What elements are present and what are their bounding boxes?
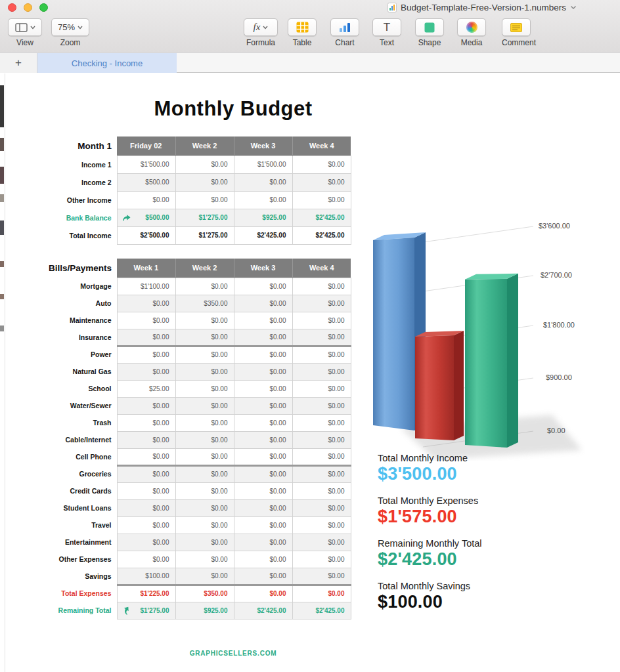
spreadsheet-cell[interactable]: $0.00 bbox=[292, 499, 351, 516]
spreadsheet-cell[interactable]: $1'225.00 bbox=[117, 585, 175, 602]
spreadsheet-cell[interactable]: $0.00 bbox=[117, 295, 175, 312]
row-label-cell[interactable]: Income 2 bbox=[36, 173, 117, 191]
spreadsheet-cell[interactable]: $1'275.00 bbox=[117, 602, 175, 619]
spreadsheet-cell[interactable]: $0.00 bbox=[234, 380, 292, 397]
row-label-cell[interactable]: Other Income bbox=[36, 191, 117, 209]
spreadsheet-cell[interactable]: $1'100.00 bbox=[117, 278, 175, 295]
spreadsheet-cell[interactable]: $0.00 bbox=[175, 482, 234, 499]
spreadsheet-cell[interactable]: $0.00 bbox=[175, 329, 234, 346]
spreadsheet-cell[interactable]: $0.00 bbox=[234, 534, 292, 551]
spreadsheet-cell[interactable]: $0.00 bbox=[234, 499, 292, 516]
spreadsheet-cell[interactable]: $0.00 bbox=[292, 585, 351, 602]
zoom-button[interactable]: 75% bbox=[51, 18, 89, 36]
spreadsheet-cell[interactable]: $0.00 bbox=[175, 346, 234, 363]
column-header-cell[interactable]: Week 2 bbox=[175, 259, 234, 278]
spreadsheet-cell[interactable]: $0.00 bbox=[292, 295, 351, 312]
spreadsheet-cell[interactable]: $0.00 bbox=[117, 551, 175, 568]
spreadsheet-cell[interactable]: $0.00 bbox=[117, 431, 175, 448]
document-title[interactable]: Budget-Template-Free-Version-1.numbers bbox=[401, 3, 566, 12]
spreadsheet-cell[interactable]: $0.00 bbox=[175, 278, 234, 295]
spreadsheet-cell[interactable]: $0.00 bbox=[292, 516, 351, 534]
spreadsheet-cell[interactable]: $0.00 bbox=[175, 431, 234, 448]
insert-media-button[interactable] bbox=[457, 18, 486, 36]
spreadsheet-cell[interactable]: $100.00 bbox=[117, 568, 175, 585]
spreadsheet-cell[interactable]: $1'500.00 bbox=[234, 156, 292, 173]
spreadsheet-cell[interactable]: $925.00 bbox=[234, 209, 292, 226]
spreadsheet-cell[interactable]: $0.00 bbox=[292, 431, 351, 448]
row-label-cell[interactable]: Water/Sewer bbox=[36, 397, 117, 414]
spreadsheet-cell[interactable]: $0.00 bbox=[117, 448, 175, 465]
row-label-cell[interactable]: Auto bbox=[36, 295, 117, 312]
spreadsheet-cell[interactable]: $0.00 bbox=[234, 568, 292, 585]
window-titlebar[interactable]: Budget-Template-Free-Version-1.numbers bbox=[0, 0, 620, 16]
row-label-cell[interactable]: Student Loans bbox=[36, 499, 117, 516]
income-table[interactable]: Month 1Friday 02Week 2Week 3Week 4Income… bbox=[36, 136, 351, 245]
spreadsheet-cell[interactable]: $0.00 bbox=[117, 482, 175, 499]
spreadsheet-cell[interactable]: $0.00 bbox=[292, 191, 351, 209]
spreadsheet-cell[interactable]: $0.00 bbox=[234, 414, 292, 431]
spreadsheet-cell[interactable]: $0.00 bbox=[175, 499, 234, 516]
spreadsheet-cell[interactable]: $0.00 bbox=[117, 346, 175, 363]
spreadsheet-cell[interactable]: $0.00 bbox=[117, 414, 175, 431]
spreadsheet-cell[interactable]: $0.00 bbox=[292, 534, 351, 551]
spreadsheet-cell[interactable]: $0.00 bbox=[175, 191, 234, 209]
insert-shape-button[interactable] bbox=[415, 18, 444, 36]
row-label-cell[interactable]: Groceries bbox=[36, 465, 117, 482]
row-label-cell[interactable]: School bbox=[36, 380, 117, 397]
spreadsheet-cell[interactable]: $0.00 bbox=[292, 346, 351, 363]
formula-button[interactable]: fx bbox=[244, 18, 278, 36]
spreadsheet-cell[interactable]: $1'500.00 bbox=[117, 156, 175, 173]
spreadsheet-cell[interactable]: $0.00 bbox=[292, 278, 351, 295]
spreadsheet-cell[interactable]: $0.00 bbox=[117, 465, 175, 482]
spreadsheet-cell[interactable]: $0.00 bbox=[175, 568, 234, 585]
sheet-title-textbox[interactable]: Monthly Budget bbox=[0, 97, 466, 121]
spreadsheet-cell[interactable]: $1'275.00 bbox=[175, 209, 234, 226]
spreadsheet-cell[interactable]: $500.00 bbox=[117, 209, 175, 226]
spreadsheet-cell[interactable]: $0.00 bbox=[234, 585, 292, 602]
spreadsheet-cell[interactable]: $0.00 bbox=[234, 278, 292, 295]
summary-item[interactable]: Total Monthly Expenses$1'575.00 bbox=[378, 495, 482, 527]
spreadsheet-cell[interactable]: $0.00 bbox=[234, 312, 292, 329]
row-label-cell[interactable]: Credit Cards bbox=[36, 482, 117, 499]
spreadsheet-cell[interactable]: $0.00 bbox=[175, 156, 234, 173]
spreadsheet-cell[interactable]: $0.00 bbox=[292, 465, 351, 482]
row-label-cell[interactable]: Mortgage bbox=[36, 278, 117, 295]
column-header-cell[interactable]: Week 1 bbox=[117, 259, 175, 278]
spreadsheet-cell[interactable]: $0.00 bbox=[234, 346, 292, 363]
bills-payments-table[interactable]: Bills/PaymentsWeek 1Week 2Week 3Week 4Mo… bbox=[36, 259, 351, 620]
spreadsheet-cell[interactable]: $0.00 bbox=[234, 448, 292, 465]
row-label-cell[interactable]: Cell Phone bbox=[36, 448, 117, 465]
spreadsheet-cell[interactable]: $0.00 bbox=[117, 397, 175, 414]
spreadsheet-cell[interactable]: $0.00 bbox=[175, 448, 234, 465]
spreadsheet-canvas[interactable]: Monthly Budget Month 1Friday 02Week 2Wee… bbox=[0, 74, 620, 672]
spreadsheet-cell[interactable]: $2'425.00 bbox=[234, 602, 292, 619]
spreadsheet-cell[interactable]: $350.00 bbox=[175, 295, 234, 312]
row-label-cell[interactable]: Savings bbox=[36, 568, 117, 585]
spreadsheet-cell[interactable]: $2'425.00 bbox=[234, 226, 292, 244]
insert-text-button[interactable]: T bbox=[372, 18, 401, 36]
spreadsheet-cell[interactable]: $0.00 bbox=[292, 312, 351, 329]
spreadsheet-cell[interactable]: $0.00 bbox=[175, 414, 234, 431]
spreadsheet-cell[interactable]: $0.00 bbox=[234, 295, 292, 312]
document-title-chevron-icon[interactable] bbox=[570, 5, 577, 10]
spreadsheet-cell[interactable]: $2'500.00 bbox=[117, 226, 175, 244]
row-label-cell[interactable]: Travel bbox=[36, 516, 117, 534]
spreadsheet-cell[interactable]: $2'425.00 bbox=[292, 602, 351, 619]
spreadsheet-cell[interactable]: $0.00 bbox=[292, 448, 351, 465]
insert-comment-button[interactable] bbox=[502, 18, 531, 36]
spreadsheet-cell[interactable]: $0.00 bbox=[234, 329, 292, 346]
minimize-window-button[interactable] bbox=[24, 3, 32, 12]
spreadsheet-cell[interactable]: $0.00 bbox=[117, 312, 175, 329]
spreadsheet-cell[interactable]: $0.00 bbox=[234, 191, 292, 209]
row-label-cell[interactable]: Entertainment bbox=[36, 534, 117, 551]
spreadsheet-cell[interactable]: $0.00 bbox=[234, 551, 292, 568]
row-label-cell[interactable]: Insurance bbox=[36, 329, 117, 346]
spreadsheet-cell[interactable]: $350.00 bbox=[175, 585, 234, 602]
summary-item[interactable]: Total Monthly Income$3'500.00 bbox=[378, 453, 482, 484]
row-label-cell[interactable]: Natural Gas bbox=[36, 363, 117, 380]
column-header-cell[interactable]: Week 3 bbox=[234, 259, 292, 278]
spreadsheet-cell[interactable]: $0.00 bbox=[234, 397, 292, 414]
row-label-cell[interactable]: Other Expenses bbox=[36, 551, 117, 568]
sheet-tab-checking-income[interactable]: Checking - Income bbox=[37, 53, 177, 73]
spreadsheet-cell[interactable]: $0.00 bbox=[175, 465, 234, 482]
